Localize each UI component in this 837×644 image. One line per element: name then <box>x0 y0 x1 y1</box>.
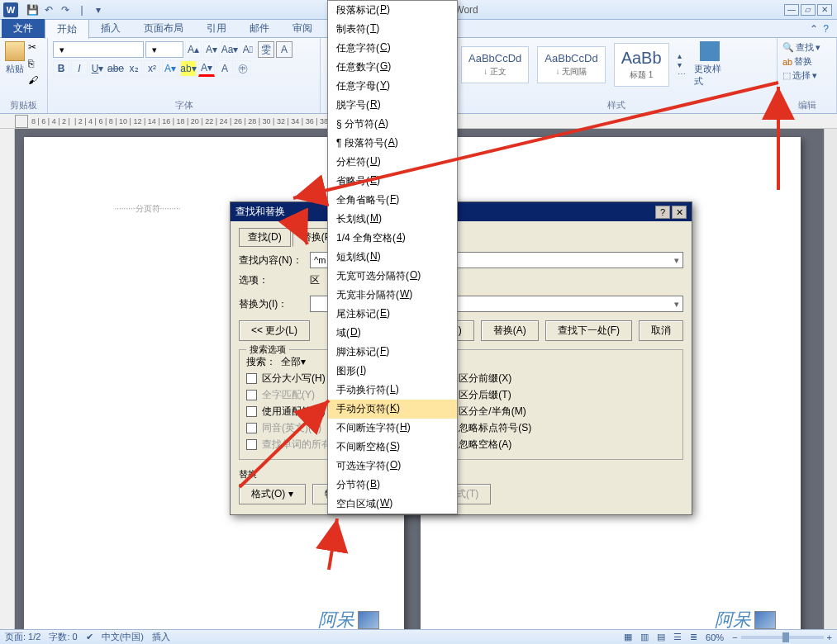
tab-home[interactable]: 开始 <box>45 19 89 39</box>
tab-insert[interactable]: 插入 <box>89 19 132 38</box>
subscript-icon[interactable]: x₂ <box>126 60 142 77</box>
zoom-out-icon[interactable]: − <box>732 632 737 642</box>
phonetic-icon[interactable]: 雯 <box>258 41 274 58</box>
clear-format-icon[interactable]: Aͫ <box>240 41 256 58</box>
menu-item-21[interactable]: 手动分页符(K) <box>328 400 457 419</box>
minimize-ribbon-icon[interactable]: ⌃ <box>810 23 818 35</box>
styles-scroll-up-icon[interactable]: ▴ <box>678 51 686 60</box>
tab-references[interactable]: 引用 <box>195 19 238 38</box>
redo-icon[interactable]: ↷ <box>58 2 73 17</box>
view-read-icon[interactable]: ▥ <box>640 632 649 642</box>
chk-sound[interactable] <box>246 423 257 433</box>
text-effects-icon[interactable]: A▾ <box>162 60 178 77</box>
menu-item-4[interactable]: 任意字母(Y) <box>328 77 457 96</box>
view-outline-icon[interactable]: ☰ <box>673 632 682 642</box>
menu-item-20[interactable]: 手动换行符(L) <box>328 381 457 400</box>
select-button[interactable]: ⬚选择▾ <box>782 69 831 82</box>
change-case-icon[interactable]: Aa▾ <box>221 41 238 58</box>
cancel-button[interactable]: 取消 <box>639 320 683 341</box>
undo-icon[interactable]: ↶ <box>41 2 56 17</box>
underline-icon[interactable]: U▾ <box>89 60 106 77</box>
menu-item-25[interactable]: 分节符(B) <box>328 476 457 495</box>
menu-item-2[interactable]: 任意字符(C) <box>328 39 457 58</box>
menu-item-22[interactable]: 不间断连字符(H) <box>328 419 457 438</box>
tab-selector[interactable] <box>15 115 28 128</box>
tab-layout[interactable]: 页面布局 <box>132 19 195 38</box>
close-button[interactable]: ✕ <box>817 4 832 16</box>
tab-review[interactable]: 审阅 <box>281 19 324 38</box>
view-web-icon[interactable]: ▤ <box>657 632 665 642</box>
menu-item-0[interactable]: 段落标记(P) <box>328 1 457 20</box>
format-painter-icon[interactable]: 🖌 <box>28 74 43 89</box>
style-heading1[interactable]: AaBb 标题 1 <box>614 43 669 87</box>
shrink-font-icon[interactable]: A▾ <box>203 41 220 58</box>
chk-wildcard[interactable] <box>246 406 257 417</box>
find-next-button[interactable]: 查找下一处(F) <box>545 320 632 341</box>
tab-mailings[interactable]: 邮件 <box>238 19 281 38</box>
chk-case[interactable] <box>246 373 257 384</box>
menu-item-12[interactable]: 1/4 全角空格(4) <box>328 229 457 248</box>
menu-item-17[interactable]: 域(D) <box>328 324 457 343</box>
menu-item-9[interactable]: 省略号(E) <box>328 172 457 191</box>
menu-item-19[interactable]: 图形(I) <box>328 362 457 381</box>
font-family-combo[interactable]: ▾ <box>53 41 144 58</box>
bold-icon[interactable]: B <box>53 60 69 77</box>
menu-item-24[interactable]: 可选连字符(O) <box>328 457 457 476</box>
style-normal[interactable]: AaBbCcDd ↓ 正文 <box>461 46 529 83</box>
dialog-help-button[interactable]: ? <box>655 206 670 219</box>
menu-item-11[interactable]: 长划线(M) <box>328 210 457 229</box>
menu-item-5[interactable]: 脱字号(R) <box>328 96 457 115</box>
menu-item-3[interactable]: 任意数字(G) <box>328 58 457 77</box>
status-page[interactable]: 页面: 1/2 <box>5 631 40 643</box>
tab-file[interactable]: 文件 <box>2 19 45 38</box>
menu-item-6[interactable]: § 分节符(A) <box>328 115 457 134</box>
copy-icon[interactable]: ⎘ <box>28 58 43 73</box>
menu-item-15[interactable]: 无宽非分隔符(W) <box>328 286 457 305</box>
zoom-value[interactable]: 60% <box>706 632 724 642</box>
qat-more-icon[interactable]: ▾ <box>91 2 106 17</box>
vertical-scrollbar[interactable] <box>824 129 837 629</box>
minimize-button[interactable]: — <box>784 4 799 16</box>
status-lang[interactable]: 中文(中国) <box>102 631 144 643</box>
menu-item-7[interactable]: ¶ 段落符号(A) <box>328 134 457 153</box>
menu-item-1[interactable]: 制表符(T) <box>328 20 457 39</box>
menu-item-16[interactable]: 尾注标记(E) <box>328 305 457 324</box>
chk-whole[interactable] <box>246 390 257 400</box>
chk-forms[interactable] <box>246 439 257 450</box>
zoom-in-icon[interactable]: + <box>827 632 832 642</box>
paste-button[interactable]: 粘贴 <box>5 41 25 89</box>
menu-item-8[interactable]: 分栏符(U) <box>328 153 457 172</box>
menu-item-14[interactable]: 无宽可选分隔符(O) <box>328 267 457 286</box>
menu-item-10[interactable]: 全角省略号(F) <box>328 191 457 210</box>
superscript-icon[interactable]: x² <box>144 60 160 77</box>
less-button[interactable]: << 更少(L) <box>239 320 310 341</box>
strike-icon[interactable]: abe <box>107 60 124 77</box>
replace-button[interactable]: ab替换 <box>782 55 831 68</box>
styles-scroll-down-icon[interactable]: ▾ <box>678 60 686 69</box>
font-color-icon[interactable]: A▾ <box>198 60 215 77</box>
style-nospacing[interactable]: AaBbCcDd ↓ 无间隔 <box>537 46 605 83</box>
italic-icon[interactable]: I <box>71 60 88 77</box>
enclose-char-icon[interactable]: ㊥ <box>235 60 251 77</box>
dialog-close-button[interactable]: ✕ <box>672 206 687 219</box>
zoom-slider[interactable] <box>741 636 824 639</box>
view-draft-icon[interactable]: ≣ <box>690 632 697 642</box>
highlight-icon[interactable]: ab▾ <box>180 60 197 77</box>
char-shading-icon[interactable]: A <box>216 60 233 77</box>
format-button[interactable]: 格式(O) ▾ <box>239 484 306 504</box>
menu-item-13[interactable]: 短划线(N) <box>328 248 457 267</box>
cut-icon[interactable]: ✂ <box>28 41 43 56</box>
change-styles-button[interactable]: 更改样式 <box>694 41 725 88</box>
dtab-find[interactable]: 查找(D) <box>239 228 291 247</box>
status-mode[interactable]: 插入 <box>152 631 170 643</box>
styles-more-icon[interactable]: ⋯ <box>678 69 686 78</box>
save-icon[interactable]: 💾 <box>25 2 40 17</box>
restore-button[interactable]: ▱ <box>801 4 816 16</box>
status-proof-icon[interactable]: ✔ <box>86 632 93 642</box>
font-size-combo[interactable]: ▾ <box>145 41 183 58</box>
grow-font-icon[interactable]: A▴ <box>185 41 202 58</box>
find-button[interactable]: 🔍查找▾ <box>782 41 831 54</box>
menu-item-18[interactable]: 脚注标记(F) <box>328 343 457 362</box>
dialog-titlebar[interactable]: 查找和替换 ? ✕ <box>231 202 692 221</box>
help-icon[interactable]: ? <box>823 23 829 35</box>
